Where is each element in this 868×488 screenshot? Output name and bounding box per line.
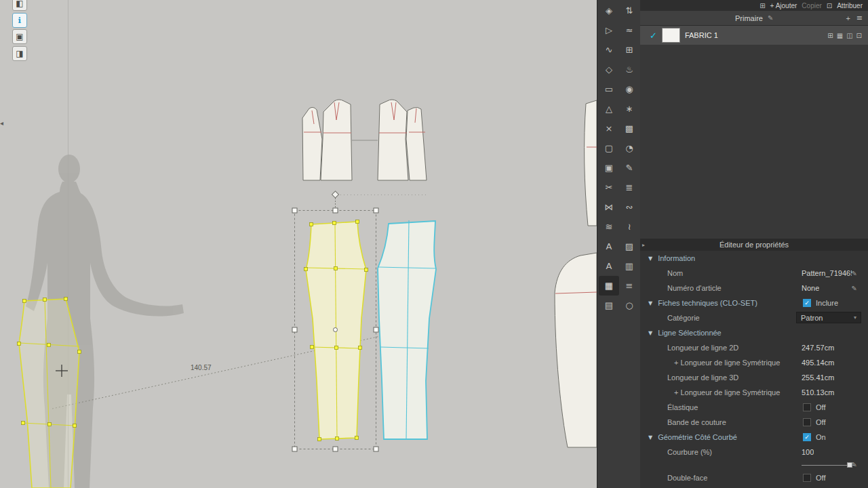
- courbure-slider-row: ✎: [640, 460, 868, 470]
- fabric-add-icon[interactable]: ⊞: [827, 32, 833, 39]
- fabric-list-item[interactable]: ✓ FABRIC 1 ⊞ ▦ ◫ ⊡: [640, 26, 868, 45]
- notch-tool-icon[interactable]: ⋈: [599, 197, 619, 217]
- elastique-checkbox[interactable]: [803, 403, 811, 411]
- property-row-nom: Nom Pattern_719465 ✎: [640, 266, 868, 281]
- pin-tool-icon[interactable]: ◉: [619, 79, 639, 99]
- collapse-triangle-icon[interactable]: ▼: [648, 300, 652, 306]
- section-fiches-label: Fiches techniques (CLO-SET): [658, 299, 757, 307]
- pattern-piece-bodice-back-left[interactable]: [302, 107, 322, 180]
- stitch-tool-icon[interactable]: ∾: [619, 197, 639, 217]
- print-layout-tool-icon[interactable]: ▥: [619, 256, 639, 276]
- fabric-edit-icon[interactable]: ⊡: [856, 32, 862, 39]
- show-info-icon[interactable]: ℹ: [12, 13, 27, 28]
- group-menu-icon[interactable]: ≡: [856, 14, 863, 22]
- longueur-3d-label: Longueur de ligne 3D: [667, 373, 738, 382]
- section-ligne[interactable]: ▼ Ligne Sélectionnée: [640, 325, 868, 340]
- dart-tool-icon[interactable]: ×: [599, 119, 619, 138]
- zipper-tool-icon[interactable]: ○: [619, 296, 639, 315]
- collapse-triangle-icon[interactable]: ▼: [648, 330, 652, 336]
- pattern-piece-bodice-back-right[interactable]: [406, 107, 427, 180]
- grid-tool-icon[interactable]: ▦: [599, 276, 619, 296]
- puzzle-tool-icon[interactable]: ◔: [619, 138, 639, 158]
- show-grid-icon[interactable]: ◨: [12, 46, 27, 61]
- right-toolbar-grid: ◈⇅▷≈∿⊞◇♨▭◉△∗×▩▢◔▣✎✂≣⋈∾≋≀A▨A▥▦≡▤○: [597, 0, 640, 315]
- fabric-texture-icon[interactable]: ▦: [837, 32, 843, 39]
- section-geometrie[interactable]: ▼ Géométrie Côté Courbé ✓ On: [640, 430, 868, 445]
- include-checkbox[interactable]: ✓: [803, 299, 811, 307]
- collapse-triangle-icon[interactable]: ▼: [648, 434, 652, 441]
- assign-icon[interactable]: ⊡: [827, 2, 832, 9]
- property-row-courbure: Courbure (%) 100: [640, 445, 868, 460]
- edit-group-icon[interactable]: ✎: [768, 14, 773, 22]
- assign-button[interactable]: Attribuer: [837, 2, 863, 9]
- fabric-check-icon[interactable]: ✓: [650, 30, 657, 41]
- nom-value[interactable]: Pattern_719465: [802, 269, 852, 277]
- pattern-label-tool-icon[interactable]: A: [599, 256, 619, 276]
- double-face-value: Off: [816, 474, 825, 482]
- pen-tool-icon[interactable]: ✎: [619, 158, 639, 178]
- section-ligne-label: Ligne Sélectionnée: [658, 329, 722, 337]
- fabric-swatch[interactable]: [662, 28, 680, 43]
- collapse-triangle-icon[interactable]: ▼: [648, 256, 652, 262]
- edit-article-icon[interactable]: ✎: [852, 285, 857, 292]
- comb-tool-icon[interactable]: ≣: [619, 178, 639, 197]
- pattern-piece-right-top[interactable]: [585, 100, 597, 226]
- fabric-layers-icon[interactable]: ◫: [846, 32, 852, 39]
- app-window: 140.57: [0, 0, 868, 488]
- longueur-3d-value: 255.41cm: [802, 373, 834, 382]
- ruler-tool-icon[interactable]: ≡: [619, 276, 639, 296]
- rotation-handle[interactable]: [332, 191, 339, 198]
- show-pattern-icon[interactable]: ▣: [12, 29, 27, 44]
- edit-sewing-tool-icon[interactable]: ⊞: [619, 40, 639, 60]
- courbure-value[interactable]: 100: [802, 448, 814, 456]
- include-label: Inclure: [816, 299, 838, 307]
- courbure-label: Courbure (%): [667, 448, 712, 456]
- pattern-2d-canvas[interactable]: 140.57: [0, 0, 597, 488]
- steam-iron-tool-icon[interactable]: ♨: [619, 60, 639, 79]
- trace-tool-icon[interactable]: ▢: [599, 138, 619, 158]
- transform-pattern-tool-icon[interactable]: ◈: [599, 1, 619, 20]
- pattern-piece-pants-cyan[interactable]: [378, 220, 436, 439]
- article-value[interactable]: None: [802, 284, 819, 292]
- settings-tool-icon[interactable]: ∗: [619, 99, 639, 119]
- show-silhouette-icon[interactable]: ◧: [12, 0, 27, 11]
- grading-tool-icon[interactable]: ≋: [599, 217, 619, 237]
- edit-nom-icon[interactable]: ✎: [852, 270, 857, 277]
- fabric-tool-icon[interactable]: ▩: [619, 119, 639, 138]
- section-information[interactable]: ▼ Information: [640, 251, 868, 266]
- longueur-2d-sym-value: 495.14cm: [802, 359, 834, 367]
- texture-tool-icon[interactable]: ▨: [619, 237, 639, 256]
- double-face-checkbox[interactable]: [803, 474, 811, 482]
- library-icon[interactable]: ⊞: [760, 2, 765, 9]
- measure-tool-icon[interactable]: ▤: [599, 296, 619, 315]
- edit-courbure-icon[interactable]: ✎: [852, 461, 857, 468]
- add-fabric-icon[interactable]: +: [846, 14, 850, 22]
- pattern-piece-right-bottom[interactable]: [555, 253, 597, 447]
- pattern-piece-pants-left[interactable]: [18, 298, 81, 488]
- elastique-label: Élastique: [667, 403, 698, 411]
- longueur-3d-sym-label: + Longueur de ligne Symétrique: [674, 388, 780, 396]
- edit-pattern-tool-icon[interactable]: ▷: [599, 20, 619, 40]
- annotation-tool-icon[interactable]: A: [599, 237, 619, 256]
- sewing-tool-icon[interactable]: ⇅: [619, 1, 639, 20]
- add-point-tool-icon[interactable]: ◇: [599, 60, 619, 79]
- seam-allowance-tool-icon[interactable]: ▣: [599, 158, 619, 178]
- rectangle-tool-icon[interactable]: ▭: [599, 79, 619, 99]
- add-button[interactable]: + Ajouter: [770, 2, 797, 9]
- free-sewing-tool-icon[interactable]: ≈: [619, 20, 639, 40]
- geometrie-on-checkbox[interactable]: ✓: [803, 433, 811, 441]
- fabric-group-header[interactable]: Primaire ✎ + ≡: [640, 11, 868, 26]
- cut-tool-icon[interactable]: ✂: [599, 178, 619, 197]
- pattern-piece-bodice-front-left[interactable]: [321, 100, 352, 180]
- wrinkle-tool-icon[interactable]: ≀: [619, 217, 639, 237]
- copy-button[interactable]: Copier: [802, 2, 821, 9]
- bande-checkbox[interactable]: [803, 418, 811, 426]
- object-browser: ⊞ + Ajouter Copier ⊡ Attribuer Primaire …: [640, 0, 868, 239]
- categorie-dropdown[interactable]: Patron ▾: [796, 312, 861, 323]
- edit-curvature-tool-icon[interactable]: ∿: [599, 40, 619, 60]
- polygon-tool-icon[interactable]: △: [599, 99, 619, 119]
- section-fiches[interactable]: ▼ Fiches techniques (CLO-SET) ✓ Inclure: [640, 296, 868, 310]
- browser-toolbar: ⊞ + Ajouter Copier ⊡ Attribuer: [640, 0, 868, 11]
- collapse-panel-arrow-icon[interactable]: ◂: [0, 119, 3, 127]
- panel-chevron-icon[interactable]: ▸: [642, 242, 645, 248]
